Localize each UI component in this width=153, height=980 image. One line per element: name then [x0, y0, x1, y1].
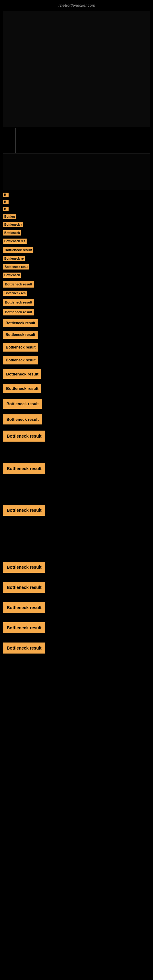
bar-row: Bottleneck result [3, 622, 150, 633]
bar: Bottleneck result [3, 622, 45, 633]
bar: Bottleneck result [3, 331, 38, 339]
bar: B [3, 192, 9, 197]
bar-row: Bottleneck result [3, 343, 150, 352]
bar-row: Bottleneck [3, 230, 150, 235]
bar-row: Bottleneck result [3, 331, 150, 339]
page-wrapper: TheBottlenecker.com B B B Bottlen Bottle… [0, 0, 153, 980]
bar: Bottleneck res [3, 239, 27, 244]
bar: Bottleneck result [3, 643, 45, 654]
bar: Bottleneck resu [3, 264, 29, 269]
bar: Bottleneck result [3, 414, 42, 425]
bar-row: Bottleneck result [3, 431, 150, 442]
bar-row: Bottleneck [3, 272, 150, 278]
bar: Bottleneck [3, 272, 21, 278]
bar-row: B [3, 207, 150, 211]
bar-row: Bottleneck result [3, 463, 150, 474]
bar: Bottleneck r [3, 222, 23, 227]
bar: Bottleneck res [3, 291, 27, 296]
bar-row: Bottleneck result [3, 356, 150, 364]
bar-row: Bottleneck r [3, 222, 150, 227]
bar: Bottleneck result [3, 356, 38, 364]
vertical-line [15, 128, 16, 153]
bar-row: Bottleneck res [3, 239, 150, 244]
main-chart [3, 11, 150, 127]
bar: Bottleneck result [3, 399, 42, 409]
bar-row: Bottleneck result [3, 299, 150, 305]
bar-row: Bottleneck re [3, 256, 150, 261]
bar-row: B [3, 192, 150, 197]
bar-row: Bottleneck resu [3, 264, 150, 269]
bar-row: Bottleneck result [3, 582, 150, 593]
bar-row: B [3, 200, 150, 204]
bar-row: Bottleneck result [3, 319, 150, 327]
bar-row: Bottleneck result [3, 309, 150, 315]
bar: B [3, 207, 9, 211]
bar: Bottleneck result [3, 505, 45, 516]
bar: Bottleneck result [3, 319, 38, 327]
bar-row: Bottleneck res [3, 291, 150, 296]
bar: Bottleneck result [3, 369, 41, 379]
bar: Bottleneck result [3, 562, 45, 573]
bar: Bottleneck [3, 230, 21, 235]
bar-row: Bottleneck result [3, 399, 150, 409]
bar: Bottleneck result [3, 463, 45, 474]
bar: Bottleneck result [3, 343, 38, 352]
bar: Bottleneck result [3, 281, 34, 288]
bar-row: Bottleneck result [3, 562, 150, 573]
bar-row: Bottlen [3, 215, 150, 219]
bar: Bottleneck result [3, 309, 34, 315]
bar-row: Bottleneck result [3, 384, 150, 393]
bar-row: Bottleneck result [3, 414, 150, 425]
bar: Bottleneck result [3, 431, 45, 442]
bar: Bottlen [3, 215, 16, 219]
axis-area [3, 128, 150, 153]
bar-row: Bottleneck result [3, 602, 150, 613]
bar-row: Bottleneck result [3, 505, 150, 516]
bar: Bottleneck result [3, 602, 45, 613]
bar-row: Bottleneck result [3, 643, 150, 654]
bar-row: Bottleneck result [3, 281, 150, 288]
bar: Bottleneck result [3, 582, 45, 593]
secondary-chart [3, 153, 150, 190]
bar: Bottleneck re [3, 256, 25, 261]
bar: Bottleneck result [3, 384, 41, 393]
bar: B [3, 200, 9, 204]
bar: Bottleneck result [3, 299, 34, 305]
bar: Bottleneck result [3, 247, 33, 253]
bar-row: Bottleneck result [3, 369, 150, 379]
site-title: TheBottlenecker.com [0, 0, 153, 10]
bar-row: Bottleneck result [3, 247, 150, 253]
